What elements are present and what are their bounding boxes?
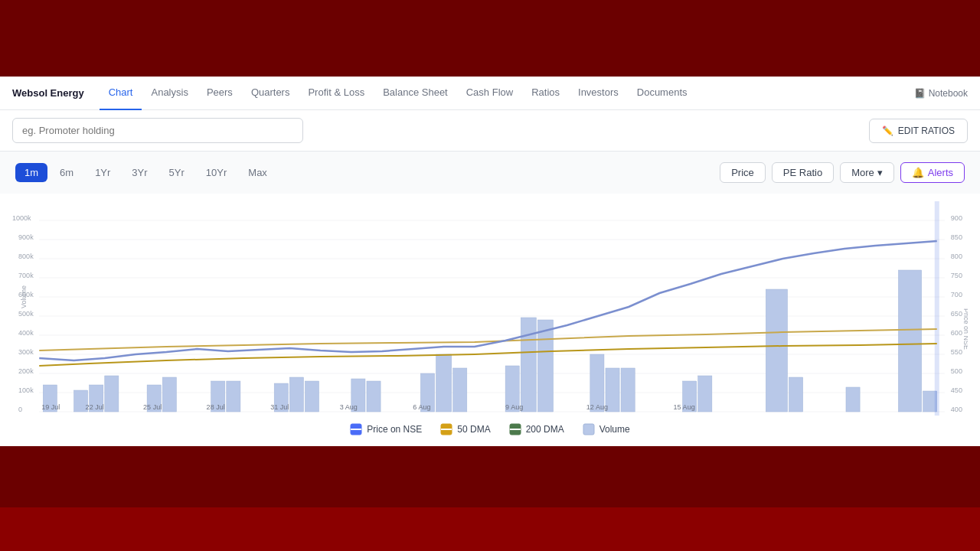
svg-text:450: 450 bbox=[951, 386, 962, 394]
nav-profit-loss[interactable]: Profit & Loss bbox=[299, 77, 374, 110]
svg-rect-44 bbox=[289, 377, 303, 412]
alerts-label: Alerts bbox=[928, 167, 953, 178]
svg-rect-59 bbox=[766, 289, 787, 412]
nav-balance-sheet[interactable]: Balance Sheet bbox=[374, 77, 457, 110]
time-6m[interactable]: 6m bbox=[51, 163, 83, 182]
svg-text:650: 650 bbox=[951, 310, 962, 318]
nav-bar: Websol Energy Chart Analysis Peers Quart… bbox=[0, 77, 980, 110]
svg-rect-42 bbox=[227, 381, 240, 412]
nav-peers[interactable]: Peers bbox=[198, 77, 242, 110]
svg-rect-78 bbox=[583, 424, 594, 435]
chart-controls: 1m 6m 1Yr 3Yr 5Yr 10Yr Max Price PE Rati… bbox=[0, 152, 980, 194]
nav-documents[interactable]: Documents bbox=[628, 77, 697, 110]
main-content: Websol Energy Chart Analysis Peers Quart… bbox=[0, 77, 980, 446]
svg-text:6 Aug: 6 Aug bbox=[413, 403, 430, 411]
svg-rect-56 bbox=[621, 368, 635, 412]
svg-text:700: 700 bbox=[951, 291, 962, 298]
svg-rect-62 bbox=[898, 270, 921, 412]
time-5yr[interactable]: 5Yr bbox=[160, 163, 194, 182]
svg-text:900: 900 bbox=[951, 214, 962, 222]
svg-text:Volume: Volume bbox=[20, 285, 28, 308]
svg-rect-52 bbox=[521, 318, 536, 412]
svg-text:900k: 900k bbox=[18, 233, 34, 241]
more-label: More bbox=[851, 167, 874, 178]
svg-text:Price on NSE: Price on NSE bbox=[962, 308, 968, 350]
svg-rect-53 bbox=[537, 320, 553, 412]
svg-rect-40 bbox=[162, 377, 176, 412]
svg-text:31 Jul: 31 Jul bbox=[270, 403, 289, 411]
svg-rect-47 bbox=[367, 381, 381, 412]
time-1yr[interactable]: 1Yr bbox=[86, 163, 119, 182]
notebook-label: Notebook bbox=[929, 88, 968, 99]
svg-text:550: 550 bbox=[951, 348, 962, 356]
top-dark-bar bbox=[0, 0, 980, 77]
time-3yr[interactable]: 3Yr bbox=[122, 163, 156, 182]
svg-text:1000k: 1000k bbox=[12, 214, 31, 222]
bell-icon: 🔔 bbox=[912, 167, 924, 178]
svg-text:0: 0 bbox=[18, 406, 22, 413]
svg-text:25 Jul: 25 Jul bbox=[143, 403, 162, 411]
price-button[interactable]: Price bbox=[720, 162, 766, 183]
svg-rect-64 bbox=[935, 201, 939, 416]
time-1m[interactable]: 1m bbox=[15, 163, 47, 182]
legend-50dma-label: 50 DMA bbox=[457, 424, 490, 435]
legend-50dma[interactable]: 50 DMA bbox=[440, 423, 490, 435]
pe-ratio-button[interactable]: PE Ratio bbox=[772, 162, 834, 183]
nav-cash-flow[interactable]: Cash Flow bbox=[457, 77, 522, 110]
chart-container: 0 100k 200k 300k 400k 500k 600k 700k 800… bbox=[12, 201, 968, 416]
bottom-dark-bar bbox=[0, 446, 980, 507]
svg-text:3 Aug: 3 Aug bbox=[340, 403, 358, 411]
svg-text:500k: 500k bbox=[18, 310, 34, 318]
more-button[interactable]: More ▾ bbox=[840, 162, 894, 183]
svg-text:700k: 700k bbox=[18, 272, 34, 279]
main-chart-svg: 0 100k 200k 300k 400k 500k 600k 700k 800… bbox=[12, 201, 968, 416]
legend-price-nse-label: Price on NSE bbox=[367, 424, 422, 435]
pencil-icon: ✏️ bbox=[882, 126, 893, 136]
edit-ratios-label: EDIT RATIOS bbox=[898, 126, 955, 136]
right-controls: Price PE Ratio More ▾ 🔔 Alerts bbox=[720, 162, 965, 183]
chart-wrapper: 0 100k 200k 300k 400k 500k 600k 700k 800… bbox=[0, 194, 980, 446]
svg-text:400: 400 bbox=[951, 406, 962, 413]
svg-text:28 Jul: 28 Jul bbox=[207, 403, 225, 411]
nav-analysis[interactable]: Analysis bbox=[142, 77, 197, 110]
svg-text:800k: 800k bbox=[18, 253, 34, 260]
svg-text:500: 500 bbox=[951, 367, 962, 375]
legend-200dma-label: 200 DMA bbox=[526, 424, 564, 435]
alerts-button[interactable]: 🔔 Alerts bbox=[900, 162, 965, 183]
edit-ratios-button[interactable]: ✏️ EDIT RATIOS bbox=[869, 119, 968, 143]
nav-quarters[interactable]: Quarters bbox=[242, 77, 299, 110]
notebook-button[interactable]: 📓 Notebook bbox=[914, 88, 968, 99]
svg-text:200k: 200k bbox=[18, 367, 34, 375]
legend-200dma[interactable]: 200 DMA bbox=[509, 423, 564, 435]
search-row: ✏️ EDIT RATIOS bbox=[0, 110, 980, 152]
svg-rect-50 bbox=[453, 368, 467, 412]
nav-right: 📓 Notebook bbox=[914, 88, 968, 99]
svg-text:19 Jul: 19 Jul bbox=[41, 403, 60, 411]
svg-text:750: 750 bbox=[951, 272, 962, 279]
legend-volume-label: Volume bbox=[599, 424, 630, 435]
time-max[interactable]: Max bbox=[239, 163, 276, 182]
chevron-down-icon: ▾ bbox=[877, 167, 883, 178]
svg-text:300k: 300k bbox=[18, 348, 34, 356]
time-button-group: 1m 6m 1Yr 3Yr 5Yr 10Yr Max bbox=[15, 163, 276, 182]
nav-chart[interactable]: Chart bbox=[100, 77, 142, 110]
nav-ratios[interactable]: Ratios bbox=[522, 77, 569, 110]
legend-volume[interactable]: Volume bbox=[583, 423, 630, 435]
nav-investors[interactable]: Investors bbox=[569, 77, 628, 110]
svg-text:15 Aug: 15 Aug bbox=[674, 403, 695, 411]
svg-rect-45 bbox=[305, 381, 318, 412]
svg-text:12 Aug: 12 Aug bbox=[586, 403, 608, 411]
time-10yr[interactable]: 10Yr bbox=[197, 163, 236, 182]
svg-text:22 Jul: 22 Jul bbox=[86, 403, 104, 411]
nav-left: Websol Energy Chart Analysis Peers Quart… bbox=[12, 77, 697, 110]
svg-rect-61 bbox=[846, 387, 860, 412]
svg-text:800: 800 bbox=[951, 253, 962, 260]
svg-text:9 Aug: 9 Aug bbox=[505, 403, 523, 411]
svg-rect-49 bbox=[436, 354, 452, 412]
svg-text:850: 850 bbox=[951, 233, 962, 241]
legend-price-nse[interactable]: Price on NSE bbox=[350, 423, 422, 435]
svg-text:600: 600 bbox=[951, 329, 962, 337]
chart-legend: Price on NSE 50 DMA 200 DMA bbox=[12, 416, 968, 446]
search-input[interactable] bbox=[12, 118, 303, 143]
notebook-icon: 📓 bbox=[914, 88, 926, 99]
